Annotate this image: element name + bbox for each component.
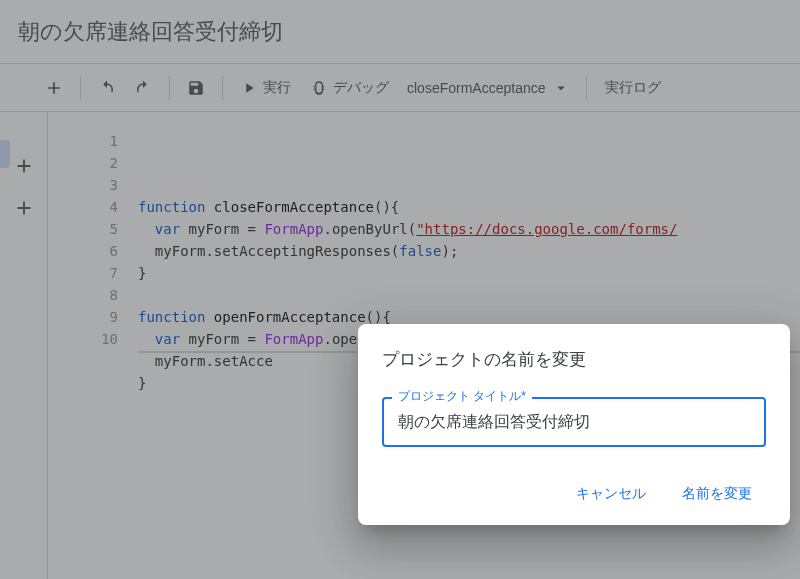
rename-project-dialog: プロジェクトの名前を変更 プロジェクト タイトル* キャンセル 名前を変更	[358, 324, 790, 525]
field-label: プロジェクト タイトル*	[392, 388, 532, 405]
dialog-title: プロジェクトの名前を変更	[382, 348, 766, 371]
project-title-field: プロジェクト タイトル*	[382, 397, 766, 447]
cancel-button[interactable]: キャンセル	[562, 475, 660, 513]
dialog-actions: キャンセル 名前を変更	[382, 475, 766, 513]
rename-button[interactable]: 名前を変更	[668, 475, 766, 513]
